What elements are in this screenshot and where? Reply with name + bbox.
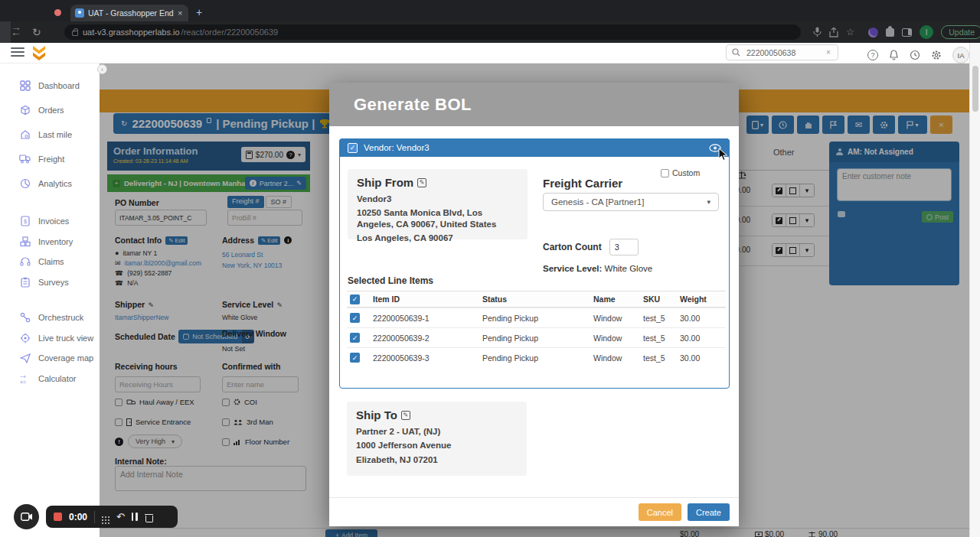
sidebar-item-orchestruck[interactable]: Orchestruck [0,309,100,326]
modal-title: Generate BOL [354,95,472,115]
vendor-bar[interactable]: ✓ Vendor: Vendor3 [339,138,730,157]
sidebar-item-analytics[interactable]: Analytics [0,175,100,192]
recording-time: 0:00 [69,512,87,522]
row-checkbox[interactable]: ✓ [350,313,360,323]
recording-controls: 0:00 ↶ [46,506,178,528]
sidebar-item-orders[interactable]: Orders [0,102,100,119]
browser-tab[interactable]: UAT - Grasshopper End To End × [70,5,188,21]
menu-hamburger-icon[interactable] [11,47,24,57]
modal-service-level: Service Level: White Glove [543,264,652,273]
select-all-checkbox[interactable]: ✓ [350,295,360,304]
global-search[interactable]: × [726,44,838,60]
undo-icon[interactable]: ↶ [116,512,125,522]
help-icon[interactable]: ? [867,50,878,60]
last-mile-house-icon [19,129,31,141]
line-items-header-row: ✓ Item ID Status Name SKU Weight [347,291,726,308]
sidebar-item-freight[interactable]: Freight [0,151,100,168]
line-item-row[interactable]: ✓ 22200050639-1 Pending Pickup Window te… [347,308,726,327]
scrollbar-thumb[interactable] [972,66,978,112]
new-tab-button[interactable]: + [196,6,202,18]
search-clear-icon[interactable]: × [826,48,831,57]
analytics-pie-icon [19,178,31,190]
settings-gear-icon[interactable] [931,50,942,60]
ship-from-city: Los Angeles, CA 90067 [357,233,518,243]
ship-from-box: Ship From✎ Vendor3 10250 Santa Monica Bl… [348,169,528,239]
tab-title: UAT - Grasshopper End To End [88,8,174,18]
orchestruck-nodes-icon [19,312,31,324]
forward-icon[interactable]: → [11,21,980,43]
generate-bol-modal: Generate BOL ✓ Vendor: Vendor3 Ship From… [329,83,739,526]
modal-header: Generate BOL [329,83,739,126]
line-items-table: ✓ Item ID Status Name SKU Weight ✓ 22200… [347,291,726,367]
vendor-label: Vendor: Vendor3 [364,143,430,152]
freight-carrier-select[interactable]: Genesis - CA [Partner1] ▾ [543,193,719,211]
inventory-icon [19,236,31,248]
live-truck-target-icon [19,333,31,344]
sidebar-item-last-mile[interactable]: Last mile [0,126,100,143]
camera-toggle-button[interactable] [14,504,39,529]
tab-close-icon[interactable]: × [178,9,182,18]
browser-toolbar: ← → ↻ [0,21,980,43]
orders-box-icon [19,105,31,116]
svg-text:$: $ [24,219,27,224]
sidebar-item-live-truck-view[interactable]: Live truck view [0,330,100,347]
recording-indicator-dot [54,9,61,16]
ship-from-name: Vendor3 [357,194,518,204]
coverage-plane-icon [19,353,31,364]
sidebar-item-invoices[interactable]: $Invoices [0,213,100,229]
sidebar-item-dashboard[interactable]: Dashboard [0,77,100,94]
surveys-clipboard-icon [19,277,31,288]
delete-recording-icon[interactable] [145,513,153,522]
app-header-icons: ? IA [867,47,969,63]
sidebar: Dashboard Orders Last mile Freight Analy… [0,63,100,537]
sidebar-item-calculator[interactable]: −+×=Calculator [0,370,100,387]
svg-text:−+: −+ [20,374,26,379]
invoices-icon: $ [19,216,31,227]
claims-headset-icon [19,256,31,268]
pause-button[interactable] [132,513,138,521]
sidebar-item-claims[interactable]: Claims [0,253,100,270]
calculator-icon: −+×= [19,373,31,385]
history-clock-icon[interactable] [910,50,920,60]
grasshopper-logo-icon[interactable] [32,45,46,60]
ship-from-edit-icon[interactable]: ✎ [417,178,426,187]
dashboard-icon [19,80,31,92]
screen: UAT - Grasshopper End To End × + ← → ↻ u… [0,0,980,537]
page-scrollbar[interactable] [969,43,980,537]
user-avatar[interactable]: IA [952,47,969,63]
line-item-row[interactable]: ✓ 22200050639-2 Pending Pickup Window te… [347,327,726,347]
search-icon [732,48,740,57]
stop-record-button[interactable] [54,513,62,521]
sidebar-item-surveys[interactable]: Surveys [0,274,100,291]
notifications-bell-icon[interactable] [889,50,899,60]
custom-checkbox-row[interactable]: Custom [661,168,700,177]
sidebar-item-coverage-map[interactable]: Coverage map [0,350,100,366]
ship-to-box: Ship To✎ Partner 2 - UAT, (NJ) 1000 Jeff… [347,402,527,476]
drag-handle-icon[interactable] [102,516,103,518]
select-caret-icon: ▾ [707,198,710,206]
divider [94,511,95,523]
browser-tabstrip: UAT - Grasshopper End To End × + [0,0,980,21]
mouse-cursor [718,148,728,161]
row-checkbox[interactable]: ✓ [350,353,360,363]
selected-line-items-title: Selected Line Items [348,275,433,286]
custom-checkbox[interactable] [661,169,669,177]
vendor-checkbox[interactable]: ✓ [348,143,358,153]
carton-count-row: Carton Count [543,239,639,255]
ship-to-edit-icon[interactable]: ✎ [401,411,410,420]
search-input[interactable] [745,47,822,58]
freight-truck-icon [19,154,31,165]
svg-text:×=: ×= [20,379,26,384]
create-button[interactable]: Create [688,503,730,521]
row-checkbox[interactable]: ✓ [350,333,360,343]
line-item-row[interactable]: ✓ 22200050639-3 Pending Pickup Window te… [347,347,726,367]
ship-from-address: 10250 Santa Monica Blvd, Los Angeles, CA… [357,207,518,229]
ship-to-name: Partner 2 - UAT, (NJ) [356,426,518,437]
ship-to-address: 1000 Jefferson Avenue [356,440,518,451]
sidebar-collapse-icon[interactable]: ‹ [97,64,107,74]
carton-count-input[interactable] [609,239,639,255]
sidebar-item-inventory[interactable]: Inventory [0,233,100,250]
modal-footer: Cancel Create [329,497,739,526]
cancel-button[interactable]: Cancel [639,503,681,521]
tab-favicon [75,8,84,18]
